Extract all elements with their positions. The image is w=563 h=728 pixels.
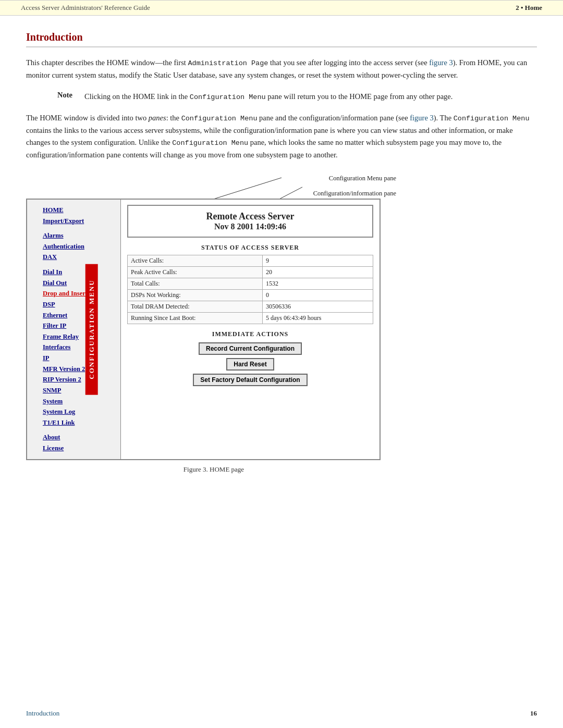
footer-right: 16 — [530, 709, 537, 718]
table-row: Running Since Last Boot:5 days 06:43:49 … — [128, 312, 373, 324]
figure-caption: Figure 3. HOME page — [26, 465, 401, 474]
server-name: Remote Access Server — [132, 211, 368, 222]
status-value: 9 — [263, 255, 373, 266]
sidebar-link-rip-version-2[interactable]: RIP Version 2 — [43, 374, 115, 385]
figure3-link1[interactable]: figure 3 — [429, 58, 453, 67]
actions-heading: IMMEDIATE ACTIONS — [127, 330, 373, 338]
action-button-record-current-configuration[interactable]: Record Current Configuration — [199, 342, 302, 355]
status-label: DSPs Not Working: — [128, 289, 263, 301]
note-label: Note — [57, 91, 78, 103]
sidebar-link-dax[interactable]: DAX — [43, 252, 115, 263]
sidebar-link-import/export[interactable]: Import/Export — [43, 216, 115, 227]
sidebar-link-system-log[interactable]: System Log — [43, 406, 115, 417]
server-title-box: Remote Access Server Nov 8 2001 14:09:46 — [127, 205, 373, 238]
config-sidebar: Configuration Menu HOMEImport/ExportAlar… — [27, 200, 121, 459]
sidebar-link-dial-in[interactable]: Dial In — [43, 267, 115, 278]
svg-line-0 — [209, 178, 282, 201]
table-row: Total DRAM Detected:30506336 — [128, 301, 373, 312]
status-label: Peak Active Calls: — [128, 266, 263, 278]
status-label: Total Calls: — [128, 278, 263, 289]
note-text: Clicking on the HOME link in the Configu… — [84, 91, 452, 103]
sidebar-links: HOMEImport/ExportAlarmsAuthenticationDAX… — [27, 200, 120, 459]
table-row: Peak Active Calls:20 — [128, 266, 373, 278]
sidebar-link-interfaces[interactable]: Interfaces — [43, 342, 115, 353]
status-value: 1532 — [263, 278, 373, 289]
table-row: Active Calls:9 — [128, 255, 373, 266]
footer-left: Introduction — [26, 709, 59, 718]
action-button-hard-reset[interactable]: Hard Reset — [226, 358, 274, 371]
sidebar-link-t1/e1-link[interactable]: T1/E1 Link — [43, 417, 115, 428]
figure-wrapper: Configuration Menu pane Configuration/in… — [26, 170, 401, 474]
status-value: 30506336 — [263, 301, 373, 312]
callout-label2: Configuration/information pane — [313, 190, 396, 198]
header-left: Access Server Administrators' Reference … — [21, 4, 150, 12]
status-table: Active Calls:9Peak Active Calls:20Total … — [127, 255, 373, 324]
table-row: Total Calls:1532 — [128, 278, 373, 289]
status-label: Total DRAM Detected: — [128, 301, 263, 312]
action-button-set-factory-default-configuration[interactable]: Set Factory Default Configuration — [193, 374, 307, 386]
figure3-link2[interactable]: figure 3 — [410, 114, 434, 122]
status-label: Running Since Last Boot: — [128, 312, 263, 324]
status-value: 20 — [263, 266, 373, 278]
sidebar-link-home[interactable]: HOME — [43, 205, 115, 216]
header-right: 2 • Home — [516, 4, 542, 12]
sidebar-link-filter-ip[interactable]: Filter IP — [43, 320, 115, 331]
sidebar-rotated-label: Configuration Menu — [85, 264, 98, 394]
sidebar-link-system[interactable]: System — [43, 396, 115, 407]
sidebar-link-dial-out[interactable]: Dial Out — [43, 278, 115, 289]
callout-label1: Configuration Menu pane — [329, 175, 396, 182]
sidebar-link-ip[interactable]: IP — [43, 353, 115, 364]
sidebar-link-mfr-version-2[interactable]: MFR Version 2 — [43, 364, 115, 375]
sidebar-link-authentication[interactable]: Authentication — [43, 241, 115, 252]
sidebar-link-license[interactable]: License — [43, 443, 115, 454]
note-block: Note Clicking on the HOME link in the Co… — [57, 91, 537, 103]
intro-para1: This chapter describes the HOME window—t… — [26, 57, 537, 81]
sidebar-link-dsp[interactable]: DSP — [43, 299, 115, 310]
sidebar-link-about[interactable]: About — [43, 432, 115, 443]
home-window: Configuration Menu HOMEImport/ExportAlar… — [26, 199, 381, 460]
server-datetime: Nov 8 2001 14:09:46 — [132, 222, 368, 231]
sidebar-link-alarms[interactable]: Alarms — [43, 230, 115, 241]
sidebar-link-drop-and-insert[interactable]: Drop and Insert — [43, 288, 115, 299]
status-heading: STATUS OF ACCESS SERVER — [127, 244, 373, 252]
table-row: DSPs Not Working:0 — [128, 289, 373, 301]
status-value: 5 days 06:43:49 hours — [263, 312, 373, 324]
footer: Introduction 16 — [26, 709, 537, 718]
header-bar: Access Server Administrators' Reference … — [0, 0, 563, 16]
intro-para2: The HOME window is divided into two pane… — [26, 112, 537, 161]
status-label: Active Calls: — [128, 255, 263, 266]
section-heading: Introduction — [26, 31, 537, 47]
sidebar-link-frame-relay[interactable]: Frame Relay — [43, 331, 115, 342]
sidebar-link-snmp[interactable]: SNMP — [43, 385, 115, 396]
main-content: Introduction This chapter describes the … — [0, 16, 563, 495]
actions-buttons: Record Current ConfigurationHard ResetSe… — [127, 342, 373, 386]
status-value: 0 — [263, 289, 373, 301]
info-pane: Remote Access Server Nov 8 2001 14:09:46… — [121, 200, 380, 459]
sidebar-link-ethernet[interactable]: Ethernet — [43, 310, 115, 321]
